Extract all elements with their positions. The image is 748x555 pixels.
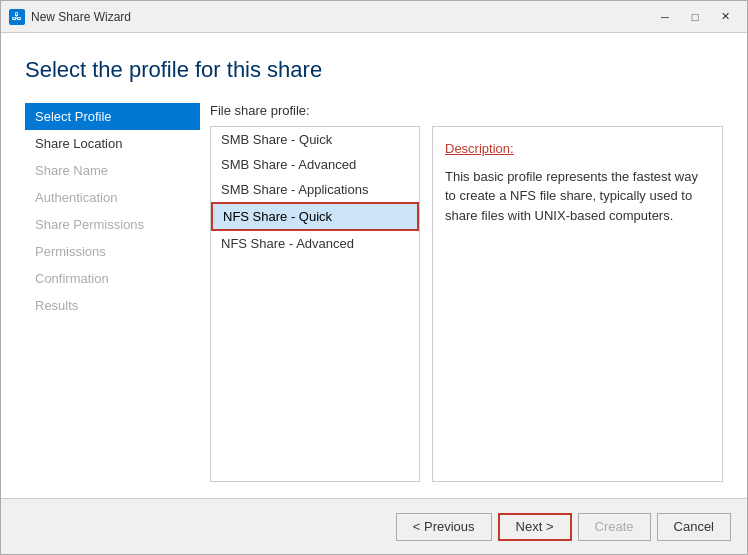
wizard-window: 🖧 New Share Wizard ─ □ ✕ Select the prof… <box>0 0 748 555</box>
profile-item-smb-applications[interactable]: SMB Share - Applications <box>211 177 419 202</box>
footer: < Previous Next > Create Cancel <box>1 498 747 554</box>
sidebar: Select ProfileShare LocationShare NameAu… <box>25 103 210 482</box>
profile-item-smb-advanced[interactable]: SMB Share - Advanced <box>211 152 419 177</box>
main-body: Select ProfileShare LocationShare NameAu… <box>25 103 723 482</box>
sidebar-item-results: Results <box>25 292 200 319</box>
right-panel: File share profile: SMB Share - QuickSMB… <box>210 103 723 482</box>
close-button[interactable]: ✕ <box>711 6 739 28</box>
profile-item-nfs-quick[interactable]: NFS Share - Quick <box>211 202 419 231</box>
sidebar-item-confirmation: Confirmation <box>25 265 200 292</box>
maximize-button[interactable]: □ <box>681 6 709 28</box>
sidebar-item-permissions: Permissions <box>25 238 200 265</box>
description-text: This basic profile represents the fastes… <box>445 169 698 223</box>
minimize-button[interactable]: ─ <box>651 6 679 28</box>
description-box: Description: This basic profile represen… <box>432 126 723 482</box>
sidebar-item-share-name: Share Name <box>25 157 200 184</box>
window-title: New Share Wizard <box>31 10 651 24</box>
create-button[interactable]: Create <box>578 513 651 541</box>
window-controls: ─ □ ✕ <box>651 6 739 28</box>
page-title: Select the profile for this share <box>25 57 723 83</box>
sidebar-item-share-location[interactable]: Share Location <box>25 130 200 157</box>
profiles-desc-row: SMB Share - QuickSMB Share - AdvancedSMB… <box>210 126 723 482</box>
previous-button[interactable]: < Previous <box>396 513 492 541</box>
profile-item-nfs-advanced[interactable]: NFS Share - Advanced <box>211 231 419 256</box>
description-title: Description: <box>445 139 710 159</box>
profiles-list: SMB Share - QuickSMB Share - AdvancedSMB… <box>210 126 420 482</box>
cancel-button[interactable]: Cancel <box>657 513 731 541</box>
content-area: Select the profile for this share Select… <box>1 33 747 482</box>
sidebar-item-select-profile[interactable]: Select Profile <box>25 103 200 130</box>
app-icon: 🖧 <box>9 9 25 25</box>
sidebar-item-share-permissions: Share Permissions <box>25 211 200 238</box>
next-button[interactable]: Next > <box>498 513 572 541</box>
profile-item-smb-quick[interactable]: SMB Share - Quick <box>211 127 419 152</box>
title-bar: 🖧 New Share Wizard ─ □ ✕ <box>1 1 747 33</box>
sidebar-item-authentication: Authentication <box>25 184 200 211</box>
profiles-label: File share profile: <box>210 103 723 118</box>
